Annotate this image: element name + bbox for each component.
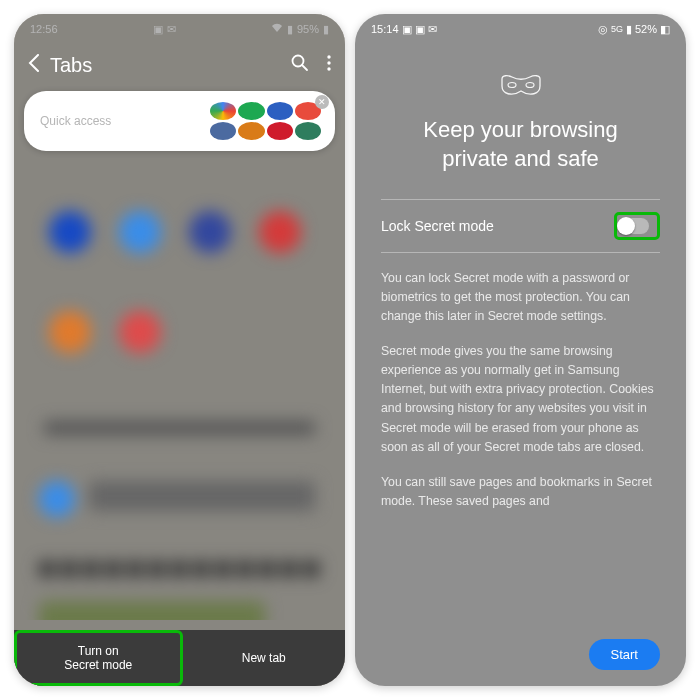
lock-secret-label: Lock Secret mode xyxy=(381,218,494,234)
svg-point-2 xyxy=(327,55,330,58)
header: Tabs xyxy=(14,44,345,91)
svg-line-1 xyxy=(302,65,307,70)
new-tab-button[interactable]: New tab xyxy=(183,630,346,686)
secret-mode-intro-screen: 15:14 ▣ ▣ ✉ ◎ 5G ▮ 52% ◧ Keep your brows… xyxy=(355,14,686,686)
mask-icon xyxy=(500,74,542,102)
picture-icon-2: ▣ xyxy=(415,23,425,36)
hotspot-icon: ◎ xyxy=(598,23,608,36)
svg-point-4 xyxy=(327,67,330,70)
picture-icon: ▣ xyxy=(402,23,412,36)
more-icon[interactable] xyxy=(327,55,331,76)
search-icon[interactable] xyxy=(291,54,309,77)
start-button[interactable]: Start xyxy=(589,639,660,670)
clock: 15:14 xyxy=(371,23,399,35)
battery-icon: ◧ xyxy=(660,23,670,36)
description-1: You can lock Secret mode with a password… xyxy=(381,269,660,326)
signal-icon: ▮ xyxy=(287,23,293,36)
status-bar: 15:14 ▣ ▣ ✉ ◎ 5G ▮ 52% ◧ xyxy=(355,14,686,44)
secret-mode-button[interactable]: Turn on Secret mode xyxy=(14,630,183,686)
toggle-knob xyxy=(617,217,635,235)
heading: Keep your browsing private and safe xyxy=(391,116,650,173)
mail-icon: ✉ xyxy=(428,23,437,36)
svg-point-3 xyxy=(327,61,330,64)
tab-preview-card[interactable]: Quick access ✕ xyxy=(24,91,335,151)
tab-thumbnail xyxy=(208,100,323,142)
status-icons: ▣ ✉ xyxy=(153,23,176,36)
start-label: Start xyxy=(611,647,638,662)
5g-icon: 5G xyxy=(611,24,623,34)
page-title: Tabs xyxy=(50,54,273,77)
status-right: ▮ 95% ▮ xyxy=(271,23,329,36)
battery-text: 52% xyxy=(635,23,657,35)
camera-icon: ▣ xyxy=(153,23,163,36)
description-2: Secret mode gives you the same browsing … xyxy=(381,342,660,456)
divider xyxy=(381,252,660,253)
battery-text: 95% xyxy=(297,23,319,35)
tab-title: Quick access xyxy=(36,114,202,128)
mail-icon: ✉ xyxy=(167,23,176,36)
svg-point-6 xyxy=(526,83,534,88)
clock: 12:56 xyxy=(30,23,58,35)
bottom-bar: Turn on Secret mode New tab xyxy=(14,630,345,686)
lock-secret-toggle[interactable] xyxy=(619,218,649,234)
close-tab-icon[interactable]: ✕ xyxy=(315,95,329,109)
new-tab-label: New tab xyxy=(242,651,286,665)
lock-secret-row[interactable]: Lock Secret mode xyxy=(381,200,660,252)
svg-point-5 xyxy=(508,83,516,88)
secret-mode-label: Turn on Secret mode xyxy=(64,644,132,673)
blurred-background xyxy=(14,161,345,620)
wifi-icon xyxy=(271,23,283,35)
signal-icon: ▮ xyxy=(626,23,632,36)
battery-icon: ▮ xyxy=(323,23,329,36)
lock-secret-highlight xyxy=(614,212,660,240)
status-bar: 12:56 ▣ ✉ ▮ 95% ▮ xyxy=(14,14,345,44)
back-icon[interactable] xyxy=(28,54,40,77)
tabs-screen: 12:56 ▣ ✉ ▮ 95% ▮ Tabs xyxy=(14,14,345,686)
description-3: You can still save pages and bookmarks i… xyxy=(381,473,660,511)
